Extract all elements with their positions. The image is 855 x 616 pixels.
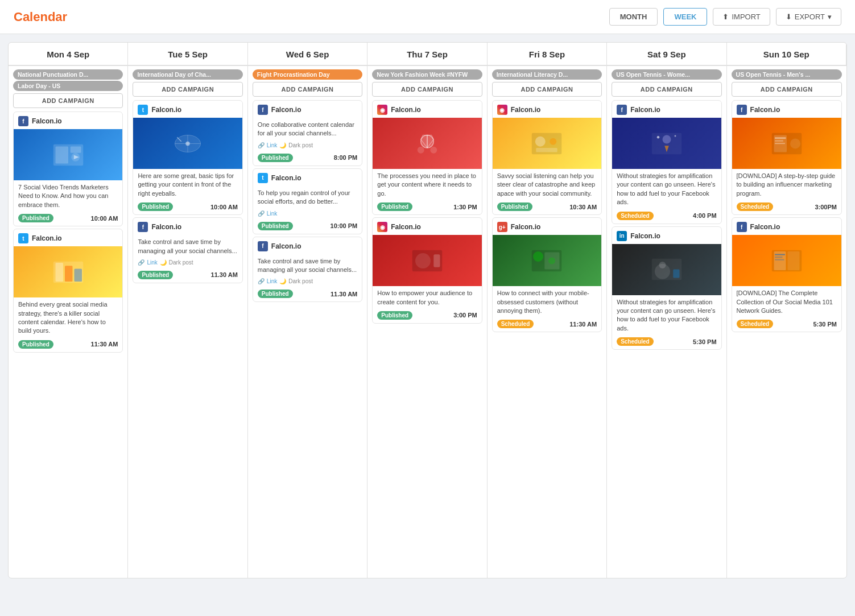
day-header-wed: Wed 6 Sep <box>248 43 367 66</box>
day-col-sun: US Open Tennis - Men's ... ADD CAMPAIGN … <box>727 66 846 578</box>
status-badge: Published <box>138 271 173 279</box>
post-time: 5:30 PM <box>693 338 717 345</box>
googleplus-icon: g+ <box>497 222 507 232</box>
post-image <box>493 118 601 169</box>
event-tag: US Open Tennis - Wome... <box>612 69 721 80</box>
svg-point-29 <box>548 257 555 264</box>
svg-rect-7 <box>65 266 73 282</box>
calendar-grid: Mon 4 Sep Tue 5 Sep Wed 6 Sep Thu 7 Sep … <box>8 42 847 578</box>
add-campaign-button-tue[interactable]: ADD CAMPAIGN <box>133 82 242 97</box>
account-name: Falcon.io <box>391 223 421 231</box>
post-time: 10:00 AM <box>210 204 238 210</box>
add-campaign-button-thu[interactable]: ADD CAMPAIGN <box>372 82 482 97</box>
day-header-tue: Tue 5 Sep <box>128 43 247 66</box>
link-icon: 🔗 <box>258 210 265 217</box>
facebook-icon: f <box>737 105 747 115</box>
svg-point-17 <box>418 146 424 153</box>
post-time: 11.30 AM <box>211 271 238 278</box>
post-time: 3:00 PM <box>453 312 477 319</box>
event-tag: New York Fashion Week #NYFW <box>372 69 482 80</box>
add-campaign-button-sat[interactable]: ADD CAMPAIGN <box>612 82 721 97</box>
svg-point-33 <box>657 136 660 139</box>
account-name: Falcon.io <box>630 232 660 240</box>
post-card: t Falcon.io Here are some great, basic t… <box>133 100 242 215</box>
week-view-button[interactable]: WEEK <box>663 8 707 26</box>
moon-icon: 🌙 <box>279 278 286 284</box>
facebook-icon: f <box>617 105 627 115</box>
svg-point-31 <box>662 135 671 143</box>
day-col-sat: US Open Tennis - Wome... ADD CAMPAIGN f … <box>607 66 726 578</box>
import-button[interactable]: ⬆ IMPORT <box>713 8 770 26</box>
post-time: 1:30 PM <box>453 204 477 210</box>
svg-rect-41 <box>775 137 786 139</box>
facebook-icon: f <box>18 116 28 126</box>
facebook-icon: f <box>258 241 268 251</box>
post-image <box>732 118 841 169</box>
account-name: Falcon.io <box>271 106 301 114</box>
post-card: ◉ Falcon.io How to empower your audience… <box>372 217 482 324</box>
post-time: 11.30 AM <box>331 291 357 297</box>
status-badge: Published <box>258 154 293 162</box>
status-badge: Published <box>258 290 293 298</box>
post-text: Behind every great social media strategy… <box>14 297 122 338</box>
svg-point-27 <box>533 251 543 262</box>
post-image <box>373 235 481 286</box>
post-meta: 🔗 Link <box>253 209 362 220</box>
post-card: f Falcon.io [DOWNLOAD] The Complete Coll… <box>732 217 842 332</box>
svg-rect-47 <box>787 251 799 270</box>
add-campaign-button-fri[interactable]: ADD CAMPAIGN <box>492 82 602 97</box>
event-tag: International Day of Cha... <box>133 69 242 80</box>
day-header-sat: Sat 9 Sep <box>607 43 726 66</box>
post-time: 11:30 AM <box>569 321 597 328</box>
post-text: [DOWNLOAD] A step-by-step guide to build… <box>732 169 841 200</box>
export-button[interactable]: ⬇ EXPORT ▾ <box>776 8 841 26</box>
chevron-down-icon: ▾ <box>828 13 832 21</box>
post-text: Here are some great, basic tips for gett… <box>133 169 242 200</box>
day-col-wed: Fight Procrastination Day ADD CAMPAIGN f… <box>248 66 367 578</box>
account-name: Falcon.io <box>750 106 780 114</box>
status-badge: Scheduled <box>497 320 534 328</box>
import-icon: ⬆ <box>722 13 729 21</box>
account-name: Falcon.io <box>32 117 62 125</box>
add-campaign-button-sun[interactable]: ADD CAMPAIGN <box>732 82 842 97</box>
post-time: 10:00 AM <box>91 215 118 222</box>
status-badge: Published <box>497 202 532 211</box>
post-card: t Falcon.io Behind every great social me… <box>13 229 123 353</box>
dark-post-label: Dark post <box>169 259 193 266</box>
status-badge: Scheduled <box>737 202 774 211</box>
event-tag: National Punctuation D... <box>13 69 123 80</box>
instagram-icon: ◉ <box>377 222 387 232</box>
day-header-mon: Mon 4 Sep <box>9 43 128 66</box>
post-card: ◉ Falcon.io The processes you need in pl… <box>372 100 482 215</box>
svg-rect-50 <box>775 259 784 260</box>
app-title: Calendar <box>14 10 67 24</box>
post-time: 8:00 PM <box>334 154 358 161</box>
svg-rect-8 <box>74 268 82 282</box>
svg-rect-6 <box>55 263 63 282</box>
header-controls: MONTH WEEK ⬆ IMPORT ⬇ EXPORT ▾ <box>609 8 841 26</box>
post-meta: 🔗 Link 🌙 Dark post <box>253 140 362 151</box>
post-text: Without strategies for amplification you… <box>612 295 721 336</box>
svg-point-34 <box>674 135 676 137</box>
event-tag: International Literacy D... <box>492 69 602 80</box>
event-tag: Fight Procrastination Day <box>253 69 362 80</box>
account-name: Falcon.io <box>151 106 181 114</box>
post-image <box>14 246 122 297</box>
post-card: t Falcon.io To help you regain control o… <box>253 168 362 234</box>
status-badge: Published <box>377 202 412 211</box>
add-campaign-button-wed[interactable]: ADD CAMPAIGN <box>253 82 362 97</box>
post-card: f Falcon.io Take control and save time b… <box>253 237 362 303</box>
post-text: Without strategies for amplification you… <box>612 169 721 209</box>
twitter-icon: t <box>258 173 268 183</box>
link-label: Link <box>267 142 277 148</box>
day-col-tue: International Day of Cha... ADD CAMPAIGN… <box>128 66 247 578</box>
post-image <box>14 129 122 180</box>
post-image <box>373 118 481 169</box>
post-time: 3:00PM <box>815 204 837 210</box>
svg-rect-2 <box>70 146 81 152</box>
event-tag: US Open Tennis - Men's ... <box>732 69 842 80</box>
month-view-button[interactable]: MONTH <box>609 8 658 26</box>
add-campaign-button-mon[interactable]: ADD CAMPAIGN <box>13 93 123 108</box>
status-badge: Scheduled <box>737 320 774 328</box>
post-meta: 🔗 Link 🌙 Dark post <box>253 276 362 287</box>
